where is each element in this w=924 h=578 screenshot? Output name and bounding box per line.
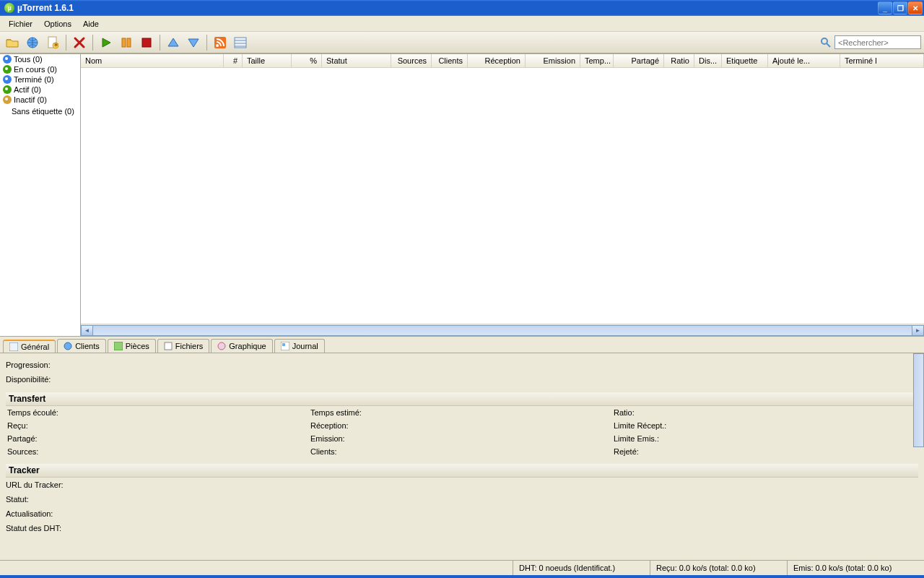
tab-label: Général	[21, 342, 49, 351]
tab-general[interactable]: Général	[3, 340, 56, 353]
svg-rect-15	[9, 342, 18, 351]
col-size[interactable]: Taille	[243, 54, 292, 67]
info-icon	[9, 342, 18, 351]
vscrollbar[interactable]	[912, 353, 924, 560]
menu-options[interactable]: Options	[38, 18, 77, 30]
sidebar-item-all[interactable]: Tous (0)	[0, 54, 80, 64]
label-shared: Partagé:	[6, 432, 309, 445]
col-shared[interactable]: Partagé	[614, 54, 664, 67]
col-name[interactable]: Nom	[81, 54, 224, 67]
preferences-icon[interactable]	[231, 34, 250, 51]
toolbar-separator	[206, 35, 207, 51]
menu-file[interactable]: Fichier	[3, 18, 38, 30]
label-progress: Progression:	[6, 358, 918, 372]
menubar: Fichier Options Aide	[0, 16, 924, 32]
label-availability: Disponibilité:	[6, 372, 918, 387]
svg-line-14	[827, 43, 830, 47]
svg-rect-17	[114, 342, 123, 350]
open-torrent-icon[interactable]	[3, 34, 22, 51]
new-torrent-icon[interactable]: ✶	[43, 34, 62, 51]
pause-icon[interactable]	[117, 34, 136, 51]
scroll-left-icon[interactable]: ◄	[81, 325, 93, 336]
toolbar-separator	[66, 35, 66, 51]
toolbar: ✶	[0, 32, 924, 53]
search-wrap	[820, 35, 921, 49]
file-icon	[164, 342, 173, 350]
label-tracker-update: Actualisation:	[6, 506, 918, 521]
label-rejected: Rejeté:	[612, 445, 918, 458]
window-buttons: _ ❐ ✕	[878, 1, 923, 14]
col-sources[interactable]: Sources	[391, 54, 432, 67]
section-transfer: Transfert	[6, 392, 918, 406]
sidebar-item-completed[interactable]: Terminé (0)	[0, 74, 80, 85]
scroll-right-icon[interactable]: ►	[912, 325, 924, 336]
col-status[interactable]: Statut	[322, 54, 391, 67]
tab-label: Fichiers	[175, 342, 204, 350]
rss-icon[interactable]	[211, 34, 230, 51]
col-pct[interactable]: %	[292, 54, 322, 67]
sidebar-item-label: Inactif (0)	[14, 95, 47, 104]
label-sources: Sources:	[6, 445, 309, 458]
label-recv-rate: Réception:	[309, 419, 612, 432]
remove-icon[interactable]	[70, 34, 89, 51]
col-label[interactable]: Etiquette	[722, 54, 768, 67]
tab-label: Clients	[75, 342, 100, 350]
svg-point-13	[821, 38, 827, 44]
search-icon	[820, 37, 832, 48]
col-send[interactable]: Emission	[526, 54, 580, 67]
log-icon	[281, 342, 289, 350]
svg-point-16	[64, 342, 71, 350]
maximize-button[interactable]: ❐	[893, 1, 907, 14]
col-clients[interactable]: Clients	[432, 54, 468, 67]
details-tabs: Général Clients Pièces Fichiers Graphiqu…	[0, 337, 924, 353]
svg-rect-5	[127, 38, 131, 47]
tab-pieces[interactable]: Pièces	[108, 339, 156, 353]
globe-icon	[64, 342, 72, 350]
play-icon	[3, 85, 12, 94]
tab-clients[interactable]: Clients	[57, 339, 106, 353]
svg-rect-18	[165, 342, 172, 350]
sidebar-item-downloading[interactable]: En cours (0)	[0, 64, 80, 74]
taskbar-edge	[0, 575, 924, 578]
col-dis[interactable]: Dis...	[694, 54, 722, 67]
menu-help[interactable]: Aide	[77, 18, 105, 30]
search-input[interactable]	[834, 35, 921, 49]
transfer-grid: Temps écoulé: Temps estimé: Ratio: Reçu:…	[6, 406, 918, 458]
scroll-track[interactable]	[93, 325, 912, 336]
sidebar-item-inactive[interactable]: Inactif (0)	[0, 95, 80, 105]
svg-rect-6	[142, 38, 151, 47]
minimize-button[interactable]: _	[878, 1, 892, 14]
sidebar-item-label: En cours (0)	[14, 65, 57, 74]
stop-icon[interactable]	[137, 34, 156, 51]
graph-icon	[217, 342, 226, 350]
sidebar-item-label: Actif (0)	[14, 85, 41, 94]
col-added[interactable]: Ajouté le...	[768, 54, 840, 67]
tab-log[interactable]: Journal	[274, 339, 325, 353]
col-time[interactable]: Temp...	[580, 54, 614, 67]
sidebar: Tous (0) En cours (0) Terminé (0) Actif …	[0, 53, 81, 336]
svg-text:✶: ✶	[53, 40, 59, 49]
start-icon[interactable]	[97, 34, 116, 51]
statusbar: DHT: 0 noeuds (Identificat.) Reçu: 0.0 k…	[0, 560, 924, 575]
label-send-limit: Limite Emis.:	[612, 432, 918, 445]
main: Tous (0) En cours (0) Terminé (0) Actif …	[0, 53, 924, 336]
status-sent: Emis: 0.0 ko/s (total: 0.0 ko)	[787, 561, 924, 575]
move-up-icon[interactable]	[164, 34, 183, 51]
close-button[interactable]: ✕	[908, 1, 923, 14]
col-num[interactable]: #	[224, 54, 243, 67]
label-ratio: Ratio:	[612, 406, 918, 419]
move-down-icon[interactable]	[184, 34, 203, 51]
sidebar-nolabel[interactable]: Sans étiquette (0)	[0, 105, 80, 118]
tab-graph[interactable]: Graphique	[211, 339, 272, 353]
col-ratio[interactable]: Ratio	[664, 54, 694, 67]
svg-rect-7	[214, 37, 226, 48]
tab-files[interactable]: Fichiers	[157, 339, 210, 353]
open-url-icon[interactable]	[23, 34, 42, 51]
sidebar-item-active[interactable]: Actif (0)	[0, 85, 80, 95]
app-icon: µ	[4, 3, 14, 13]
list-body[interactable]	[81, 68, 924, 324]
col-done[interactable]: Terminé l	[840, 54, 924, 67]
hscrollbar[interactable]: ◄ ►	[81, 324, 924, 336]
scroll-thumb[interactable]	[913, 353, 924, 447]
col-recv[interactable]: Réception	[468, 54, 526, 67]
